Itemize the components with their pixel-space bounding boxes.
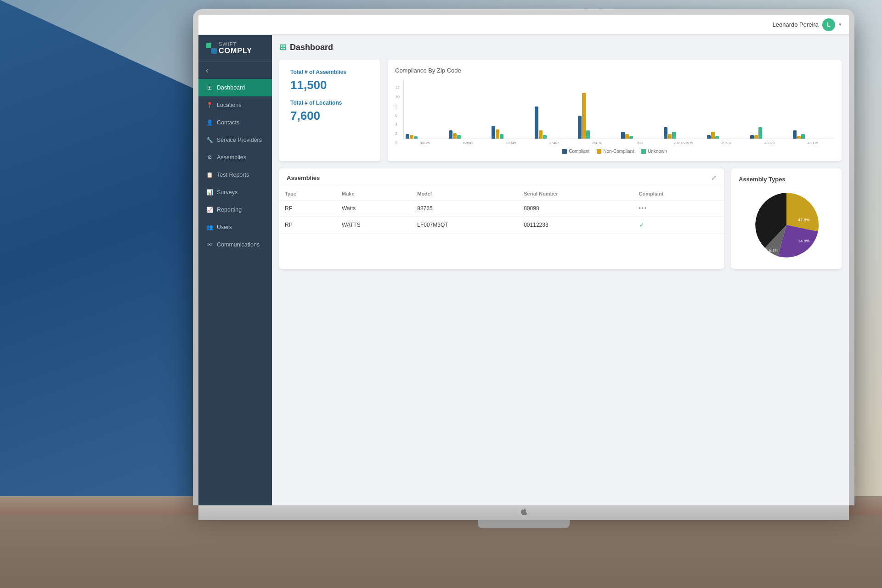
table-row: RP WATTS LF007M3QT 00112233 ✓ <box>279 217 724 234</box>
sidebar-item-locations[interactable]: 📍 Locations <box>198 96 272 114</box>
top-cards-row: Total # of Assemblies 11,500 Total # of … <box>279 60 842 161</box>
bar-noncompliant <box>582 93 586 139</box>
y-label-8: 8 <box>395 104 400 108</box>
table-header-row: Type Make Model Serial Number Compliant <box>279 187 724 201</box>
col-make: Make <box>336 187 412 201</box>
locations-icon: 📍 <box>206 101 213 109</box>
assemblies-table-card: Assemblies ⤢ Type Make Model Serial Nu <box>279 168 724 269</box>
bar-compliant <box>793 130 797 139</box>
sidebar-item-label: Dashboard <box>217 84 245 91</box>
test-reports-icon: 📋 <box>206 171 213 179</box>
contacts-icon: 👤 <box>206 119 213 126</box>
legend-compliant-color <box>562 149 567 154</box>
bar-compliant <box>621 132 625 139</box>
bar-noncompliant <box>625 134 629 139</box>
pie-label-purple: 14.8% <box>798 239 810 243</box>
cell-serial: 00112233 <box>518 217 633 234</box>
sidebar-item-dashboard[interactable]: ⊞ Dashboard <box>198 79 272 96</box>
chart-legend: Compliant Non-Compliant Unknown <box>395 149 834 154</box>
sidebar-item-reporting[interactable]: 📈 Reporting <box>198 201 272 218</box>
bar-unknown <box>672 132 676 139</box>
col-model: Model <box>412 187 518 201</box>
x-label-00125: 00125 <box>405 141 445 145</box>
pie-chart-svg: 47.8% 14.8% 6.1% <box>750 188 823 262</box>
monitor-chin <box>198 505 849 520</box>
x-label-222: 222 <box>621 141 660 145</box>
legend-non-compliant: Non-Compliant <box>597 149 634 154</box>
bar-compliant <box>578 116 582 139</box>
sidebar-item-test-reports[interactable]: 📋 Test Reports <box>198 166 272 184</box>
reporting-icon: 📈 <box>206 206 213 213</box>
main-content: ⊞ Dashboard Total # of Assemblies 11,500… <box>272 35 849 505</box>
monitor-frame: Leonardo Pereira L ▾ <box>193 9 854 505</box>
x-label-20070: 20070 <box>577 141 617 145</box>
sidebar-item-label: Communications <box>217 241 260 248</box>
table-card-header: Assemblies ⤢ <box>279 168 724 187</box>
x-label-48335: 48335 <box>793 141 832 145</box>
expand-icon[interactable]: ⤢ <box>711 174 717 181</box>
user-menu[interactable]: Leonardo Pereira L ▾ <box>773 18 842 31</box>
sidebar-item-label: Users <box>217 224 232 230</box>
legend-compliant: Compliant <box>562 149 589 154</box>
cell-model: 88765 <box>412 201 518 217</box>
pie-label-gold: 47.8% <box>798 218 810 222</box>
sidebar-item-label: Reporting <box>217 207 242 213</box>
y-label-4: 4 <box>395 122 400 127</box>
y-label-2: 2 <box>395 131 400 136</box>
service-providers-icon: 🔧 <box>206 136 213 144</box>
cell-make: WATTS <box>336 217 412 234</box>
sidebar-item-service-providers[interactable]: 🔧 Service Providers <box>198 131 272 149</box>
legend-unknown-color <box>641 149 646 154</box>
bar-noncompliant <box>496 129 499 139</box>
legend-noncompliant-color <box>597 149 601 154</box>
bar-compliant <box>449 130 452 139</box>
back-button[interactable]: ‹ <box>198 62 272 79</box>
sidebar-item-surveys[interactable]: 📊 Surveys <box>198 184 272 201</box>
bar-group-02641 <box>449 130 488 139</box>
sidebar-item-assemblies[interactable]: ⚙ Assemblies <box>198 149 272 166</box>
compliance-chart-title: Compliance By Zip Code <box>395 67 834 74</box>
monitor-screen: Leonardo Pereira L ▾ <box>198 15 849 505</box>
pie-chart-title: Assembly Types <box>739 176 786 183</box>
bar-group-00125 <box>406 134 445 139</box>
y-label-6: 6 <box>395 113 400 118</box>
apple-logo-icon <box>519 508 528 517</box>
bar-noncompliant <box>754 135 758 139</box>
y-label-12: 12 <box>395 85 400 90</box>
bar-unknown <box>586 130 590 139</box>
bar-group-17402 <box>535 106 574 139</box>
bar-group-48335 <box>793 130 832 139</box>
bar-group-12345 <box>492 126 531 139</box>
cell-type: RP <box>279 217 336 234</box>
bar-compliant <box>535 106 538 139</box>
y-label-0: 0 <box>395 140 400 145</box>
bar-noncompliant <box>711 132 715 139</box>
assemblies-value: 11,500 <box>290 78 369 92</box>
bar-compliant <box>707 135 711 139</box>
stats-card: Total # of Assemblies 11,500 Total # of … <box>279 60 380 161</box>
cell-compliant-check: ✓ <box>633 217 724 234</box>
logo-comply-text: COMPLY <box>219 47 252 55</box>
communications-icon: ✉ <box>206 241 213 248</box>
bar-noncompliant <box>668 134 672 139</box>
user-avatar: L <box>822 18 835 31</box>
col-compliant: Compliant <box>633 187 724 201</box>
users-icon: 👥 <box>206 224 213 231</box>
sidebar-item-communications[interactable]: ✉ Communications <box>198 236 272 253</box>
sidebar-item-users[interactable]: 👥 Users <box>198 218 272 236</box>
assemblies-icon: ⚙ <box>206 154 213 161</box>
bar-unknown <box>457 135 461 139</box>
assemblies-table: Type Make Model Serial Number Compliant <box>279 187 724 234</box>
bar-group-222 <box>621 132 661 139</box>
x-label-48320: 48320 <box>750 141 789 145</box>
bar-group-29607 <box>707 132 746 139</box>
bar-unknown <box>414 136 418 139</box>
sidebar-logo: SWIFT COMPLY <box>198 35 272 62</box>
assemblies-label: Total # of Assemblies <box>290 69 369 75</box>
monitor-stand-base <box>478 519 570 528</box>
compliance-chart-card: Compliance By Zip Code 12 10 8 6 4 2 <box>388 60 842 161</box>
bar-group-20070 <box>578 93 617 139</box>
surveys-icon: 📊 <box>206 189 213 196</box>
sidebar-item-contacts[interactable]: 👤 Contacts <box>198 114 272 131</box>
bar-noncompliant <box>797 136 801 139</box>
